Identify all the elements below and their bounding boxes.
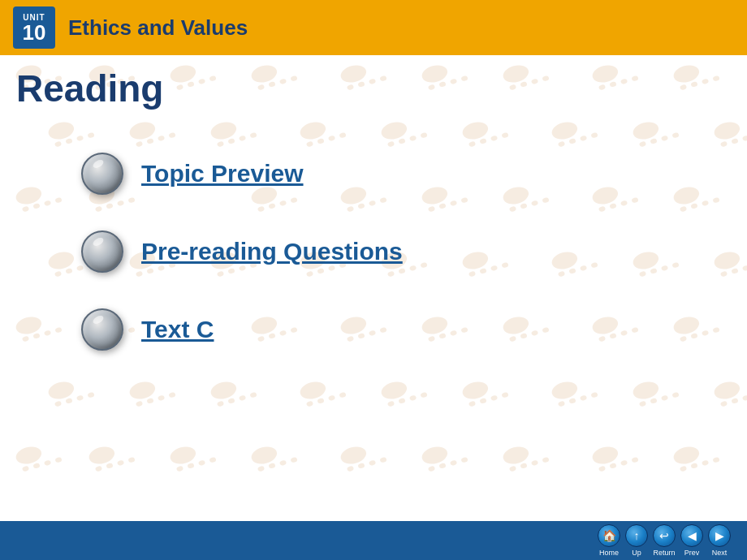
next-label: Next <box>712 549 728 557</box>
sphere-button-topic-preview[interactable] <box>81 153 123 195</box>
prev-label: Prev <box>684 549 700 557</box>
nav-prev-button[interactable]: ◀ Prev <box>680 524 703 557</box>
next-icon[interactable]: ▶ <box>708 524 731 547</box>
header-title: Ethics and Values <box>68 15 248 41</box>
return-icon[interactable]: ↩ <box>653 524 676 547</box>
nav-next-button[interactable]: ▶ Next <box>708 524 731 557</box>
header-bar: UNIT 10 Ethics and Values <box>0 0 747 55</box>
sphere-button-text-c[interactable] <box>81 308 123 351</box>
sphere-button-pre-reading[interactable] <box>81 230 123 273</box>
menu-item-topic-preview[interactable]: Topic Preview <box>81 153 403 195</box>
text-c-link[interactable]: Text C <box>141 316 214 343</box>
main-content: Reading Topic Preview Pre-reading Questi… <box>0 55 747 560</box>
nav-home-button[interactable]: 🏠 Home <box>598 524 620 557</box>
home-icon[interactable]: 🏠 <box>598 524 620 547</box>
up-icon[interactable]: ↑ <box>625 524 648 547</box>
topic-preview-link[interactable]: Topic Preview <box>141 160 304 187</box>
home-label: Home <box>599 549 619 557</box>
pre-reading-link[interactable]: Pre-reading Questions <box>141 238 403 265</box>
menu-item-text-c[interactable]: Text C <box>81 308 403 351</box>
return-label: Return <box>653 549 675 557</box>
menu-item-pre-reading[interactable]: Pre-reading Questions <box>81 230 403 273</box>
nav-return-button[interactable]: ↩ Return <box>653 524 676 557</box>
menu-list: Topic Preview Pre-reading Questions Text… <box>81 153 403 351</box>
nav-up-button[interactable]: ↑ Up <box>625 524 648 557</box>
section-title: Reading <box>16 67 163 110</box>
bottom-nav-bar: 🏠 Home ↑ Up ↩ Return ◀ Prev ▶ Next <box>0 521 747 560</box>
unit-number: 10 <box>23 22 46 43</box>
prev-icon[interactable]: ◀ <box>680 524 703 547</box>
unit-box: UNIT 10 <box>13 6 55 49</box>
up-label: Up <box>632 549 641 557</box>
